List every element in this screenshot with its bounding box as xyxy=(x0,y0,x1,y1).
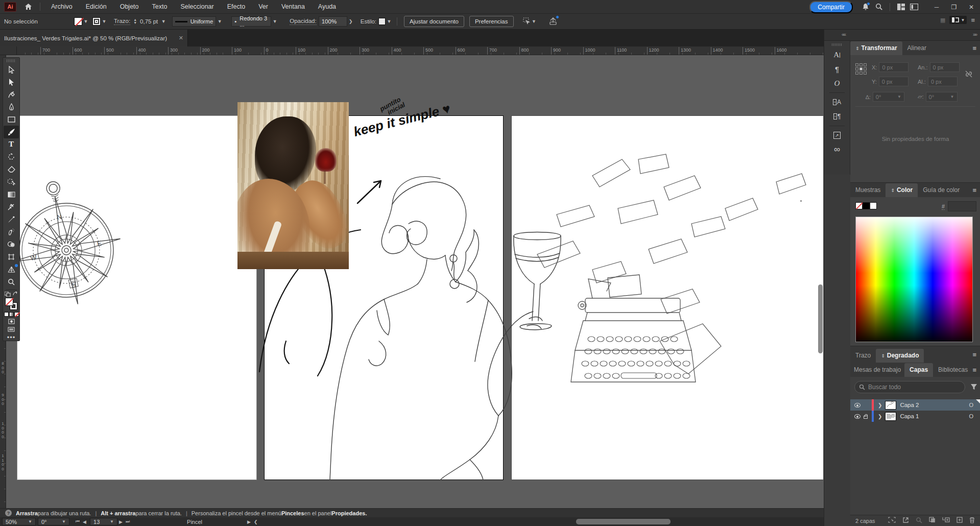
workspace-switcher-icon[interactable] xyxy=(894,0,907,14)
current-tool-status[interactable]: Pincel xyxy=(144,519,246,525)
curvature-tool[interactable] xyxy=(4,88,19,101)
color-spectrum-picker[interactable] xyxy=(855,217,973,342)
y-input[interactable]: 0 px xyxy=(879,77,909,86)
style-chevron-icon[interactable]: ▼ xyxy=(386,17,393,26)
brush-chevron-icon[interactable]: ▼ xyxy=(271,17,278,26)
app-search-icon[interactable] xyxy=(872,0,886,14)
panel-menu-icon[interactable]: ≡ xyxy=(972,186,976,194)
zoom-tool[interactable] xyxy=(4,276,19,288)
shear-angle-select[interactable]: 0°▼ xyxy=(926,92,958,102)
character-styles-panel-icon[interactable]: ▫A xyxy=(828,95,846,109)
menu-item[interactable]: Ventana xyxy=(275,0,312,14)
scroll-left-icon[interactable]: ❮ xyxy=(254,519,258,524)
selection-tool[interactable] xyxy=(4,63,19,76)
vertical-scrollbar-thumb[interactable] xyxy=(818,284,823,353)
layer-row-capa-2[interactable]: ❯ Capa 2 O xyxy=(850,399,980,411)
grid-snap-icon[interactable]: ▦ xyxy=(940,17,945,23)
collapse-panels-icon[interactable]: «« xyxy=(842,32,845,37)
layer-thumbnail[interactable] xyxy=(885,401,896,410)
strip-grip[interactable] xyxy=(832,43,842,46)
tab-degradado[interactable]: ⇕Degradado xyxy=(876,349,924,363)
height-input[interactable]: 0 px xyxy=(928,77,958,86)
status-flyout-icon[interactable]: ▶ xyxy=(247,519,251,524)
color-button[interactable] xyxy=(4,312,9,317)
stroke-color-swatch[interactable] xyxy=(92,17,101,26)
expand-panels-icon[interactable]: »» xyxy=(973,32,976,37)
new-sublayer-icon[interactable] xyxy=(942,517,950,524)
stroke-weight-value[interactable]: 0,75 pt xyxy=(140,18,158,25)
tab-transformar[interactable]: ⇕Transformar xyxy=(850,41,902,55)
tab-capas[interactable]: Capas xyxy=(904,363,933,377)
eyedropper-tool[interactable] xyxy=(4,213,19,226)
delete-layer-icon[interactable] xyxy=(969,517,975,524)
touch-workspace-icon[interactable] xyxy=(549,17,558,26)
rectangle-tool[interactable] xyxy=(4,113,19,126)
close-button[interactable]: ✕ xyxy=(963,0,980,14)
reference-point-selector[interactable] xyxy=(855,63,867,75)
canvas-area[interactable]: N E S W xyxy=(0,55,824,508)
export-selection-icon[interactable] xyxy=(902,517,909,524)
direct-selection-tool[interactable] xyxy=(4,76,19,88)
notifications-bell-icon[interactable] xyxy=(859,0,872,14)
tab-bibliotecas[interactable]: Bibliotecas xyxy=(933,363,973,377)
minimize-button[interactable]: ─ xyxy=(928,0,945,14)
rotate-angle-select[interactable]: 0°▼ xyxy=(873,92,904,102)
stroke-chevron-icon[interactable]: ▼ xyxy=(101,17,108,26)
pen-tool[interactable] xyxy=(4,101,19,113)
tab-mesas-de-trabajo[interactable]: Mesas de trabajo xyxy=(850,363,904,377)
artboard-3-typewriter[interactable] xyxy=(511,115,823,480)
x-input[interactable]: 0 px xyxy=(879,62,909,72)
menu-item[interactable]: Archivo xyxy=(44,0,79,14)
restore-button[interactable]: ❐ xyxy=(945,0,963,14)
drawing-modes-button[interactable] xyxy=(4,318,19,326)
toolbar-grip[interactable] xyxy=(7,59,16,62)
edit-toolbar-button[interactable]: ••• xyxy=(4,333,19,341)
tab-trazo[interactable]: Trazo xyxy=(850,349,876,363)
horizontal-ruler[interactable]: 7006005004003002001000100200300400500600… xyxy=(17,46,824,55)
fill-stroke-indicator[interactable] xyxy=(5,298,17,309)
tab-color[interactable]: ⇕Color xyxy=(886,183,918,197)
home-icon[interactable] xyxy=(20,0,36,14)
layer-name[interactable]: Capa 1 xyxy=(900,413,919,419)
paragraph-styles-panel-icon[interactable]: ▫¶ xyxy=(828,109,846,124)
none-button[interactable] xyxy=(14,312,19,317)
opentype-panel-icon[interactable]: O xyxy=(828,76,846,90)
shape-builder-tool[interactable] xyxy=(4,238,19,250)
tab-close-icon[interactable]: ✕ xyxy=(179,35,183,41)
menu-item[interactable]: Seleccionar xyxy=(174,0,220,14)
stroke-weight-stepper[interactable]: ▲▼ xyxy=(133,18,137,25)
layer-row-capa-1[interactable]: ❯ Capa 1 O xyxy=(850,411,980,422)
first-artboard-icon[interactable]: ⏮ xyxy=(76,519,80,524)
document-setup-toggle[interactable]: ▼ xyxy=(949,16,967,24)
new-layer-icon[interactable] xyxy=(957,517,963,524)
eraser-tool[interactable] xyxy=(4,163,19,176)
character-panel-icon[interactable]: A| xyxy=(828,47,846,62)
tab-muestras[interactable]: Muestras xyxy=(850,183,886,197)
opacity-arrow-icon[interactable]: ❯ xyxy=(347,17,354,26)
visibility-eye-icon[interactable] xyxy=(854,403,861,408)
fill-indicator-none[interactable] xyxy=(5,298,13,306)
fit-document-button[interactable]: Ajustar documento xyxy=(404,16,464,27)
artboard-tool[interactable] xyxy=(4,251,19,263)
black-swatch[interactable] xyxy=(863,202,870,209)
white-swatch[interactable] xyxy=(870,202,877,209)
make-clipping-mask-icon[interactable] xyxy=(929,517,936,524)
arrange-documents-icon[interactable] xyxy=(907,0,921,14)
reference-painting-image[interactable] xyxy=(237,102,349,269)
swap-fill-stroke[interactable] xyxy=(5,292,18,297)
next-artboard-icon[interactable]: ▶ xyxy=(119,519,123,524)
isolate-chevron-icon[interactable]: ▼ xyxy=(531,17,538,26)
stroke-weight-chevron-icon[interactable]: ▼ xyxy=(160,17,167,26)
gradient-tool[interactable] xyxy=(4,188,19,201)
variable-width-profile-select[interactable]: Uniforme xyxy=(172,16,216,27)
libraries-panel-icon[interactable]: ∞ xyxy=(828,142,846,157)
isolate-selection-icon[interactable] xyxy=(521,17,531,26)
layer-thumbnail[interactable] xyxy=(885,412,896,421)
artboard-1-compass[interactable] xyxy=(17,115,257,480)
prev-artboard-icon[interactable]: ◀ xyxy=(83,519,86,524)
fill-color-swatch[interactable] xyxy=(74,17,82,26)
layer-target-circle[interactable]: O xyxy=(969,413,973,419)
properties-list-icon[interactable]: ≡ xyxy=(971,16,975,24)
filter-funnel-icon[interactable] xyxy=(970,383,977,392)
width-input[interactable]: 0 px xyxy=(930,62,960,72)
